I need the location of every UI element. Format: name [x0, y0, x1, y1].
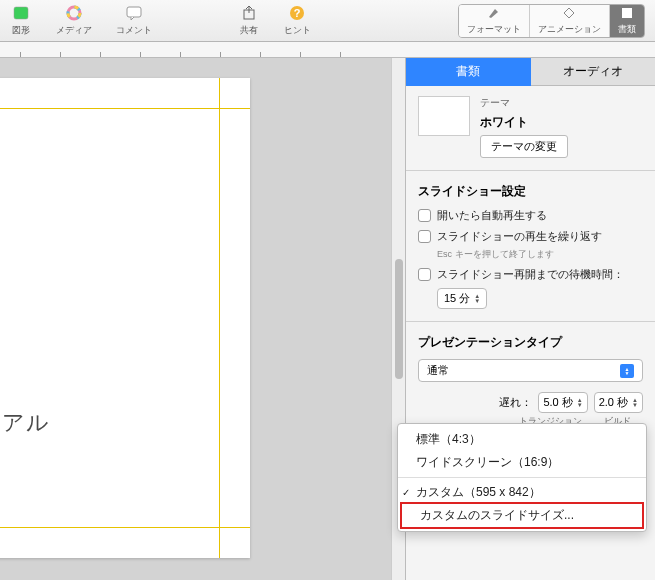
comment-button[interactable]: コメント	[116, 4, 152, 37]
popup-standard[interactable]: 標準（4:3）	[398, 428, 646, 451]
shape-icon	[10, 4, 32, 22]
scrollbar-thumb[interactable]	[395, 259, 403, 379]
slide[interactable]: マニュアル	[0, 78, 250, 558]
hint-button[interactable]: ? ヒント	[284, 4, 311, 37]
presentation-type-title: プレゼンテーションタイプ	[418, 334, 643, 351]
brush-icon	[487, 7, 501, 23]
autoplay-label: 開いたら自動再生する	[437, 208, 547, 223]
media-button[interactable]: メディア	[56, 4, 92, 37]
wait-time-stepper[interactable]: 15 分 ▲▼	[437, 288, 487, 309]
svg-text:?: ?	[294, 7, 301, 19]
theme-name: ホワイト	[480, 114, 568, 131]
autoplay-checkbox[interactable]	[418, 209, 431, 222]
inspector-segment: フォーマット アニメーション 書類	[458, 4, 645, 38]
slide-size-popup: 標準（4:3） ワイドスクリーン（16:9） ✓カスタム（595 x 842） …	[397, 423, 647, 532]
repeat-label: スライドショーの再生を繰り返す	[437, 229, 602, 244]
change-theme-button[interactable]: テーマの変更	[480, 135, 568, 158]
delay-label: 遅れ：	[499, 395, 532, 410]
media-icon	[63, 4, 85, 22]
popup-custom[interactable]: ✓カスタム（595 x 842）	[398, 481, 646, 504]
shapes-button[interactable]: 図形	[10, 4, 32, 37]
chevron-updown-icon: ▲▼	[620, 364, 634, 378]
stepper-arrows-icon[interactable]: ▲▼	[474, 294, 480, 304]
svg-rect-4	[127, 7, 141, 17]
document-tab[interactable]: 書類	[610, 5, 644, 37]
toolbar: 図形 メディア コメント 共有 ? ヒント フォーマット アニメーション 書類	[0, 0, 655, 42]
slide-title-text[interactable]: マニュアル	[0, 408, 50, 438]
build-time-stepper[interactable]: 2.0 秒▲▼	[594, 392, 643, 413]
svg-rect-8	[622, 8, 632, 18]
share-icon	[238, 4, 260, 22]
svg-rect-0	[14, 7, 28, 19]
doc-icon	[620, 7, 634, 23]
tab-document[interactable]: 書類	[406, 58, 531, 86]
diamond-icon	[562, 7, 576, 23]
repeat-help: Esc キーを押して終了します	[437, 248, 643, 261]
ruler	[0, 42, 655, 58]
comment-icon	[123, 4, 145, 22]
animation-tab[interactable]: アニメーション	[530, 5, 610, 37]
stepper-arrows-icon[interactable]: ▲▼	[632, 398, 638, 408]
presentation-type-select[interactable]: 通常 ▲▼	[418, 359, 643, 382]
stepper-arrows-icon[interactable]: ▲▼	[577, 398, 583, 408]
checkmark-icon: ✓	[402, 487, 410, 498]
repeat-checkbox[interactable]	[418, 230, 431, 243]
wait-checkbox[interactable]	[418, 268, 431, 281]
popup-custom-size[interactable]: カスタムのスライドサイズ...	[400, 502, 644, 529]
hint-icon: ?	[286, 4, 308, 22]
slideshow-settings-title: スライドショー設定	[418, 183, 643, 200]
theme-label: テーマ	[480, 96, 568, 110]
canvas[interactable]: マニュアル	[0, 58, 391, 580]
share-button[interactable]: 共有	[238, 4, 260, 37]
format-tab[interactable]: フォーマット	[459, 5, 530, 37]
tab-audio[interactable]: オーディオ	[531, 58, 656, 86]
theme-thumbnail	[418, 96, 470, 136]
popup-wide[interactable]: ワイドスクリーン（16:9）	[398, 451, 646, 474]
wait-label: スライドショー再開までの待機時間：	[437, 267, 624, 282]
transition-time-stepper[interactable]: 5.0 秒▲▼	[538, 392, 587, 413]
